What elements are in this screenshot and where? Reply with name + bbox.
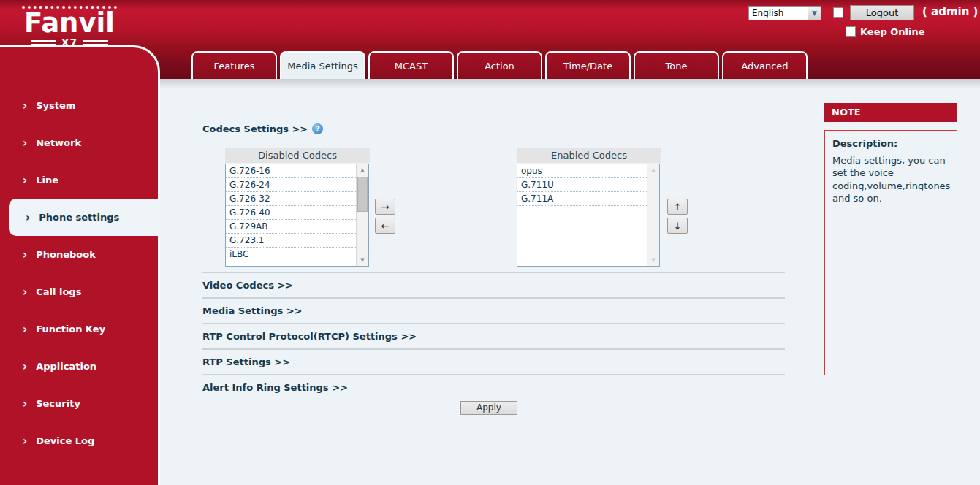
- fanvil-logo: Fanvil X7: [22, 6, 117, 48]
- section-title: RTP Settings >>: [202, 356, 290, 367]
- scroll-up-icon[interactable]: [647, 164, 659, 176]
- apply-button[interactable]: Apply: [460, 401, 517, 415]
- sidebar-item-label: Phone settings: [39, 212, 119, 223]
- codec-option-g-726-16[interactable]: G.726-16: [226, 164, 356, 178]
- scroll-up-icon[interactable]: [357, 164, 368, 176]
- codec-option-ilbc[interactable]: iLBC: [226, 248, 356, 261]
- codec-option-g-711a[interactable]: G.711A: [517, 192, 647, 206]
- codec-option-opus[interactable]: opus: [517, 164, 647, 178]
- chevron-right-icon: [23, 137, 27, 150]
- chevron-right-icon: [23, 360, 27, 373]
- section-rtp-settings[interactable]: RTP Settings >>: [202, 348, 785, 374]
- note-header: NOTE: [824, 103, 957, 122]
- sidebar-item-label: Device Log: [36, 435, 94, 446]
- help-icon[interactable]: ?: [312, 123, 323, 134]
- chevron-right-icon: [23, 248, 27, 261]
- chevron-right-icon: [23, 99, 27, 112]
- codecs-settings-section-toggle[interactable]: Codecs Settings >> ?: [202, 123, 323, 134]
- disabled-codecs-header: Disabled Codecs: [225, 148, 370, 163]
- tab-label: Features: [214, 61, 255, 72]
- admin-badge: ( admin ): [922, 5, 978, 18]
- sidebar-item-function-key[interactable]: Function Key: [0, 310, 158, 348]
- sidebar-item-application[interactable]: Application: [0, 348, 158, 385]
- enabled-codecs-header: Enabled Codecs: [517, 148, 661, 163]
- disabled-list-scrollbar[interactable]: [356, 164, 368, 266]
- sidebar-item-phone-settings[interactable]: Phone settings: [9, 199, 160, 236]
- logo-line-left: [31, 40, 56, 45]
- enabled-list-scrollbar[interactable]: [647, 164, 659, 266]
- scrollbar-thumb[interactable]: [357, 177, 368, 212]
- tab-label: Action: [485, 61, 514, 72]
- move-left-button[interactable]: ←: [375, 218, 395, 234]
- note-description-box: Description: Media settings, you can set…: [824, 130, 957, 375]
- tab-media-settings[interactable]: Media Settings: [280, 51, 365, 79]
- scroll-down-icon[interactable]: [357, 254, 368, 266]
- codec-option-g-729ab[interactable]: G.729AB: [226, 220, 356, 234]
- sidebar-item-network[interactable]: Network: [0, 124, 158, 161]
- header-checkbox[interactable]: [833, 7, 843, 18]
- codec-option-g-711u[interactable]: G.711U: [517, 178, 647, 192]
- move-right-button[interactable]: →: [375, 199, 395, 215]
- logo-line-right: [83, 40, 108, 45]
- section-rtp-control-protocol-rtcp-settings[interactable]: RTP Control Protocol(RTCP) Settings >>: [202, 323, 785, 348]
- tab-label: Tone: [666, 61, 688, 72]
- collapsed-sections: Video Codecs >> Media Settings >> RTP Co…: [202, 272, 785, 400]
- keep-online-label: Keep Online: [860, 26, 925, 37]
- move-up-button[interactable]: ↑: [667, 199, 688, 215]
- chevron-down-icon[interactable]: ▼: [808, 7, 821, 20]
- sidebar: System Network Line Phone settings Phone…: [0, 45, 160, 485]
- tab-advanced[interactable]: Advanced: [722, 51, 808, 79]
- sidebar-item-label: Application: [36, 361, 96, 372]
- chevron-right-icon: [26, 211, 30, 224]
- section-video-codecs[interactable]: Video Codecs >>: [202, 272, 785, 297]
- tab-features[interactable]: Features: [191, 51, 277, 79]
- chevron-right-icon: [23, 286, 27, 299]
- tab-time-date[interactable]: Time/Date: [545, 51, 631, 79]
- section-title: Media Settings >>: [202, 305, 303, 316]
- logout-button[interactable]: Logout: [850, 5, 914, 20]
- codec-option-g-726-32[interactable]: G.726-32: [226, 192, 356, 206]
- sidebar-item-label: Call logs: [36, 286, 81, 297]
- note-description-text: Media settings, you can set the voice co…: [832, 154, 949, 205]
- section-title: Alert Info Ring Settings >>: [202, 382, 348, 393]
- disabled-codecs-list[interactable]: G.726-16 G.726-24 G.726-32 G.726-40 G.72…: [225, 164, 369, 267]
- sidebar-item-label: Security: [36, 398, 80, 409]
- sidebar-item-security[interactable]: Security: [0, 385, 158, 422]
- scroll-down-icon[interactable]: [647, 254, 659, 266]
- tab-label: Media Settings: [287, 61, 358, 72]
- chevron-right-icon: [23, 174, 27, 187]
- sidebar-item-line[interactable]: Line: [0, 161, 158, 199]
- codec-option-g-723-1[interactable]: G.723.1: [226, 234, 356, 248]
- section-media-settings[interactable]: Media Settings >>: [202, 297, 785, 323]
- sidebar-item-label: Line: [36, 175, 58, 186]
- chevron-right-icon: [23, 435, 27, 448]
- sidebar-item-device-log[interactable]: Device Log: [0, 422, 158, 459]
- tab-tone[interactable]: Tone: [634, 51, 719, 79]
- codecs-settings-title: Codecs Settings >>: [202, 123, 308, 134]
- move-down-button[interactable]: ↓: [667, 218, 688, 234]
- main-content: Codecs Settings >> ? Disabled Codecs G.7…: [160, 79, 980, 485]
- section-alert-info-ring-settings[interactable]: Alert Info Ring Settings >>: [202, 374, 785, 400]
- section-title: RTP Control Protocol(RTCP) Settings >>: [202, 331, 417, 342]
- codec-option-g-726-40[interactable]: G.726-40: [226, 206, 356, 220]
- codec-option-g-726-24[interactable]: G.726-24: [226, 178, 356, 192]
- language-select-value: English: [749, 7, 808, 20]
- sidebar-item-system[interactable]: System: [0, 87, 158, 124]
- keep-online-checkbox[interactable]: [846, 26, 856, 37]
- language-select[interactable]: English ▼: [748, 6, 821, 20]
- enabled-codecs-list[interactable]: opus G.711U G.711A: [517, 164, 660, 267]
- tab-bar: Features Media Settings MCAST Action Tim…: [191, 51, 808, 79]
- content-top-shadow: [160, 79, 980, 89]
- tab-mcast[interactable]: MCAST: [368, 51, 454, 79]
- logo-brand: Fanvil: [22, 6, 117, 38]
- tab-label: MCAST: [395, 61, 428, 72]
- section-title: Video Codecs >>: [202, 280, 293, 291]
- tab-label: Advanced: [741, 61, 788, 72]
- tab-action[interactable]: Action: [457, 51, 542, 79]
- sidebar-item-label: Phonebook: [36, 249, 96, 260]
- sidebar-item-call-logs[interactable]: Call logs: [0, 273, 158, 310]
- sidebar-item-label: Function Key: [36, 324, 105, 335]
- sidebar-item-phonebook[interactable]: Phonebook: [0, 236, 158, 273]
- note-description-label: Description:: [832, 137, 949, 150]
- sidebar-item-label: System: [36, 100, 75, 111]
